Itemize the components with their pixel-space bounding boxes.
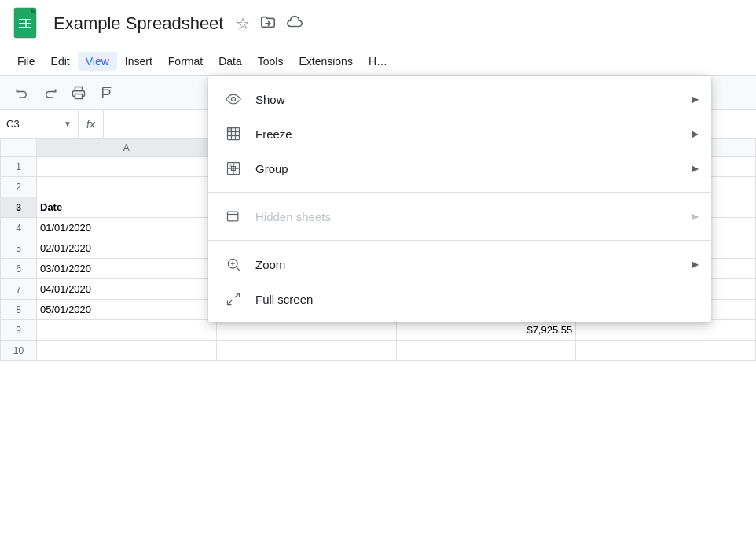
title-icons: ☆ — [236, 13, 303, 35]
title-bar: Example Spreadsheet ☆ — [0, 0, 756, 47]
menu-help[interactable]: H… — [361, 52, 395, 71]
menu-data[interactable]: Data — [211, 52, 250, 71]
dropdown-item-group[interactable]: Group ▶ — [208, 151, 711, 186]
show-label: Show — [255, 93, 692, 106]
svg-rect-7 — [75, 94, 83, 98]
dropdown-item-zoom[interactable]: Zoom ▶ — [208, 247, 711, 282]
zoom-arrow: ▶ — [692, 259, 699, 270]
svg-line-25 — [235, 293, 240, 298]
star-icon[interactable]: ☆ — [236, 14, 250, 33]
app-icon — [9, 6, 44, 41]
svg-rect-19 — [228, 212, 238, 221]
row-num-8: 8 — [1, 300, 37, 320]
row-num-6: 6 — [1, 259, 37, 279]
cell-ref-value: C3 — [6, 118, 20, 130]
freeze-icon — [221, 121, 246, 146]
svg-line-26 — [228, 300, 233, 305]
freeze-arrow: ▶ — [692, 128, 699, 139]
cell-D10[interactable] — [576, 341, 756, 361]
cell-A6[interactable]: 03/01/2020 — [37, 259, 217, 279]
cell-A8[interactable]: 05/01/2020 — [37, 300, 217, 320]
cell-reference[interactable]: C3 ▼ — [0, 110, 79, 138]
hidden-sheets-arrow: ▶ — [692, 211, 699, 222]
dropdown-item-show[interactable]: Show ▶ — [208, 82, 711, 116]
menu-file[interactable]: File — [9, 52, 43, 71]
group-label: Group — [255, 162, 692, 175]
full-screen-icon — [221, 286, 246, 311]
cell-A3[interactable]: Date — [37, 197, 217, 218]
menu-tools[interactable]: Tools — [250, 52, 292, 71]
cell-A7[interactable]: 04/01/2020 — [37, 279, 217, 300]
menu-bar: File Edit View Insert Format Data Tools … — [0, 47, 756, 76]
cell-A1[interactable] — [37, 157, 217, 177]
cell-D9[interactable] — [576, 320, 756, 341]
divider-1 — [208, 192, 711, 193]
folder-move-icon[interactable] — [259, 13, 277, 35]
redo-button[interactable] — [38, 80, 63, 105]
view-dropdown-menu: Show ▶ Freeze ▶ G — [208, 76, 711, 322]
cell-ref-dropdown-arrow[interactable]: ▼ — [64, 120, 72, 128]
table-row: 10 — [1, 341, 756, 361]
cell-A5[interactable]: 02/01/2020 — [37, 238, 217, 259]
eye-icon — [221, 87, 246, 112]
hidden-sheets-icon — [221, 204, 246, 229]
group-arrow: ▶ — [692, 163, 699, 174]
svg-point-8 — [232, 98, 236, 101]
cell-B10[interactable] — [216, 341, 396, 361]
cell-C10[interactable] — [396, 341, 576, 361]
cell-A2[interactable] — [37, 177, 217, 197]
col-header-A[interactable]: A — [37, 139, 217, 157]
dropdown-item-hidden-sheets[interactable]: Hidden sheets ▶ — [208, 199, 711, 234]
dropdown-item-freeze[interactable]: Freeze ▶ — [208, 116, 711, 151]
menu-extensions[interactable]: Extensions — [291, 52, 360, 71]
menu-edit[interactable]: Edit — [43, 52, 78, 71]
row-num-10: 10 — [1, 341, 37, 361]
print-button[interactable] — [66, 80, 91, 105]
svg-rect-4 — [19, 23, 31, 24]
spreadsheet-title: Example Spreadsheet — [53, 13, 223, 34]
menu-format[interactable]: Format — [160, 52, 211, 71]
row-num-3: 3 — [1, 197, 37, 218]
menu-view[interactable]: View — [78, 52, 117, 71]
menu-insert[interactable]: Insert — [117, 52, 160, 71]
zoom-icon — [221, 252, 246, 277]
corner-header — [1, 139, 37, 157]
zoom-label: Zoom — [255, 258, 692, 271]
row-num-5: 5 — [1, 238, 37, 259]
svg-rect-5 — [19, 27, 31, 28]
freeze-label: Freeze — [255, 127, 692, 141]
cell-B9[interactable] — [216, 320, 396, 341]
cloud-icon[interactable] — [286, 13, 303, 35]
paint-format-button[interactable] — [94, 80, 119, 105]
svg-line-22 — [237, 267, 240, 271]
show-arrow: ▶ — [692, 94, 699, 105]
table-row: 9 $7,925.55 — [1, 320, 756, 341]
row-num-9: 9 — [1, 320, 37, 341]
row-num-2: 2 — [1, 177, 37, 197]
cell-C9[interactable]: $7,925.55 — [396, 320, 576, 341]
svg-rect-3 — [19, 19, 31, 20]
cell-A10[interactable] — [37, 341, 217, 361]
formula-icon: fx — [79, 110, 104, 138]
row-num-4: 4 — [1, 218, 37, 238]
cell-A9[interactable] — [37, 320, 217, 341]
svg-rect-14 — [228, 128, 232, 132]
undo-button[interactable] — [9, 80, 35, 105]
divider-2 — [208, 240, 711, 241]
row-num-7: 7 — [1, 279, 37, 300]
row-num-1: 1 — [1, 157, 37, 177]
dropdown-item-full-screen[interactable]: Full screen — [208, 282, 711, 316]
full-screen-label: Full screen — [255, 293, 699, 306]
group-icon — [221, 156, 246, 181]
hidden-sheets-label: Hidden sheets — [255, 210, 692, 223]
cell-A4[interactable]: 01/01/2020 — [37, 218, 217, 238]
